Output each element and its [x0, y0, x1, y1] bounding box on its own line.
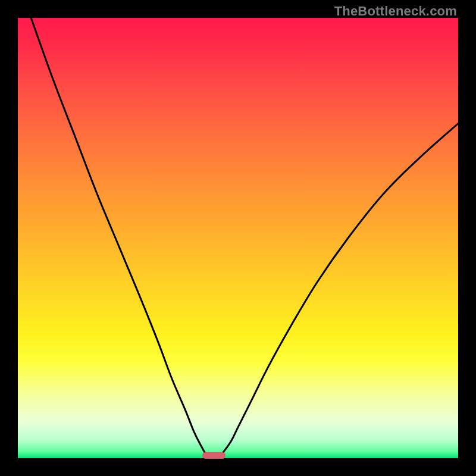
watermark-text: TheBottleneck.com [334, 4, 457, 19]
plot-area [18, 18, 458, 458]
curve-svg [18, 18, 458, 458]
curve-right [220, 124, 458, 456]
curve-left [31, 18, 207, 456]
minimum-marker [202, 452, 225, 459]
chart-frame: TheBottleneck.com [0, 0, 476, 476]
